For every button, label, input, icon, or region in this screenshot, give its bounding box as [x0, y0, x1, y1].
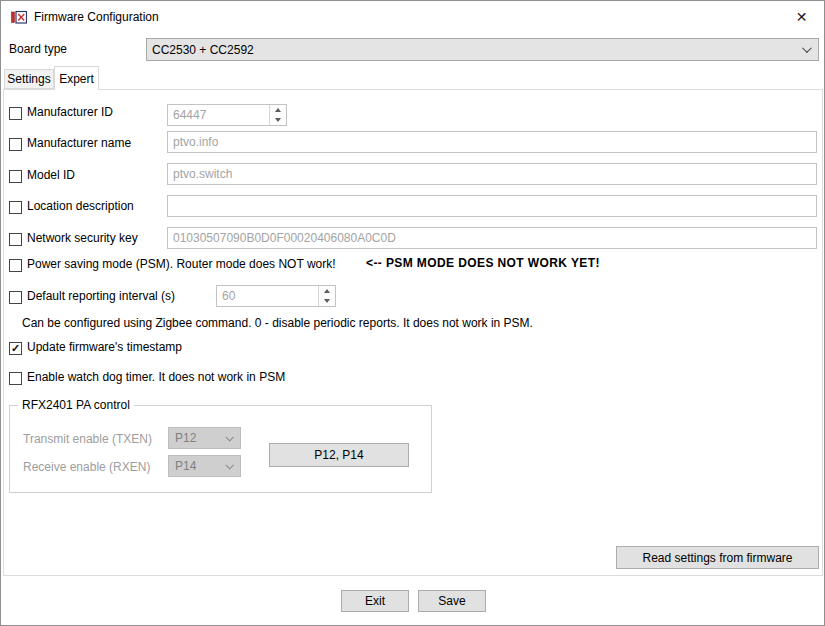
tab-expert-label: Expert — [59, 72, 94, 86]
reporting-interval-input[interactable] — [217, 286, 318, 306]
reporting-interval-spin-buttons — [318, 286, 335, 306]
manufacturer-id-checkbox[interactable] — [9, 107, 22, 120]
psm-warning-text: <-- PSM MODE DOES NOT WORK YET! — [366, 256, 600, 270]
chevron-down-icon — [225, 461, 233, 469]
manufacturer-id-label: Manufacturer ID — [27, 105, 113, 119]
spin-down-icon[interactable] — [270, 115, 286, 125]
chevron-down-icon — [225, 433, 233, 441]
board-type-dropdown[interactable]: CC2530 + CC2592 — [146, 38, 819, 61]
network-security-key-input[interactable] — [167, 227, 817, 249]
reporting-interval-label: Default reporting interval (s) — [27, 289, 175, 303]
manufacturer-name-checkbox[interactable] — [9, 138, 22, 151]
tab-expert[interactable]: Expert — [54, 66, 99, 90]
board-type-label: Board type — [9, 42, 67, 56]
location-description-label: Location description — [27, 199, 134, 213]
exit-button[interactable]: Exit — [341, 590, 409, 612]
watchdog-label: Enable watch dog timer. It does not work… — [27, 370, 285, 384]
board-type-value: CC2530 + CC2592 — [152, 43, 254, 57]
manufacturer-id-spinner — [167, 104, 287, 126]
close-icon[interactable]: ✕ — [779, 1, 824, 32]
reporting-interval-note: Can be configured using Zigbee command. … — [22, 316, 533, 330]
manufacturer-id-spin-buttons — [269, 105, 286, 125]
check-icon: ✓ — [11, 343, 20, 354]
reporting-interval-spinner — [216, 285, 336, 307]
update-timestamp-checkbox[interactable]: ✓ — [9, 342, 22, 355]
spin-down-icon[interactable] — [319, 296, 335, 306]
manufacturer-name-input[interactable] — [167, 131, 817, 153]
watchdog-checkbox[interactable] — [9, 372, 22, 385]
model-id-input[interactable] — [167, 163, 817, 185]
txen-value: P12 — [175, 431, 196, 445]
manufacturer-name-label: Manufacturer name — [27, 136, 131, 150]
rxen-dropdown: P14 — [168, 455, 241, 477]
network-security-key-label: Network security key — [27, 231, 138, 245]
spin-up-icon[interactable] — [319, 286, 335, 296]
txen-label: Transmit enable (TXEN) — [23, 432, 152, 446]
network-security-key-checkbox[interactable] — [9, 233, 22, 246]
model-id-checkbox[interactable] — [9, 170, 22, 183]
txen-dropdown: P12 — [168, 427, 241, 449]
pins-button[interactable]: P12, P14 — [269, 443, 409, 467]
read-settings-button[interactable]: Read settings from firmware — [616, 546, 819, 569]
manufacturer-id-input[interactable] — [168, 105, 269, 125]
location-description-checkbox[interactable] — [9, 201, 22, 214]
firmware-configuration-dialog: Firmware Configuration ✕ Board type CC25… — [0, 0, 825, 626]
location-description-input[interactable] — [167, 195, 817, 217]
tab-settings[interactable]: Settings — [4, 69, 54, 89]
rfx2401-group-title: RFX2401 PA control — [18, 398, 134, 412]
save-button[interactable]: Save — [418, 590, 486, 612]
chevron-down-icon — [802, 43, 812, 53]
update-timestamp-label: Update firmware's timestamp — [27, 340, 182, 354]
reporting-interval-checkbox[interactable] — [9, 291, 22, 304]
rxen-value: P14 — [175, 459, 196, 473]
window-title: Firmware Configuration — [34, 10, 159, 24]
model-id-label: Model ID — [27, 168, 75, 182]
psm-label: Power saving mode (PSM). Router mode doe… — [27, 257, 336, 271]
tab-settings-label: Settings — [7, 72, 50, 86]
title-bar: Firmware Configuration ✕ — [1, 1, 824, 32]
psm-checkbox[interactable] — [9, 259, 22, 272]
spin-up-icon[interactable] — [270, 105, 286, 115]
app-icon — [11, 9, 27, 25]
rxen-label: Receive enable (RXEN) — [23, 460, 150, 474]
